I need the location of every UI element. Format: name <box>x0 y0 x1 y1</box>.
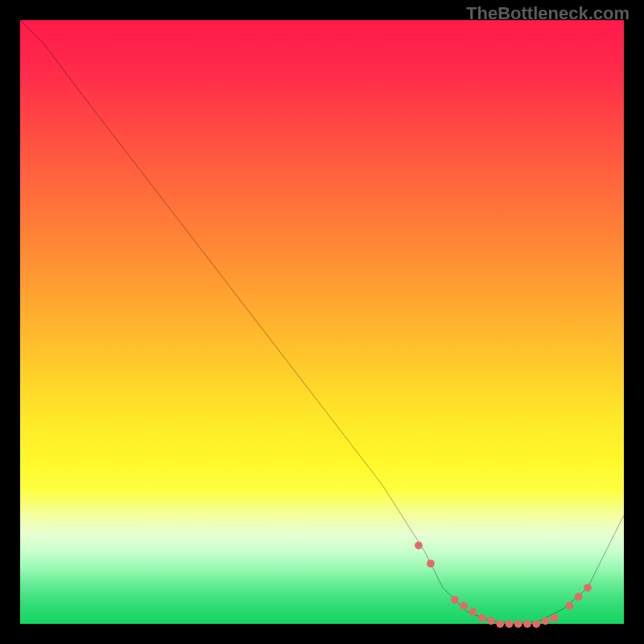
marker-point <box>478 614 486 622</box>
marker-point <box>460 602 468 610</box>
marker-point <box>469 608 477 616</box>
marker-point <box>514 620 522 628</box>
plot-area <box>20 20 624 624</box>
marker-point <box>523 620 531 628</box>
marker-point <box>566 602 574 610</box>
marker-point <box>506 620 514 628</box>
watermark-text: TheBottleneck.com <box>466 3 630 24</box>
marker-point <box>532 620 540 628</box>
marker-point <box>487 617 495 625</box>
marker-point <box>451 596 459 604</box>
chart-svg <box>20 20 624 624</box>
marker-point <box>427 559 435 568</box>
marker-point <box>584 584 592 592</box>
marker-point <box>542 617 550 625</box>
bottleneck-curve <box>20 20 624 624</box>
marker-point <box>415 542 423 550</box>
marker-point <box>551 614 559 622</box>
marker-point <box>575 592 583 601</box>
marker-point <box>496 620 504 628</box>
